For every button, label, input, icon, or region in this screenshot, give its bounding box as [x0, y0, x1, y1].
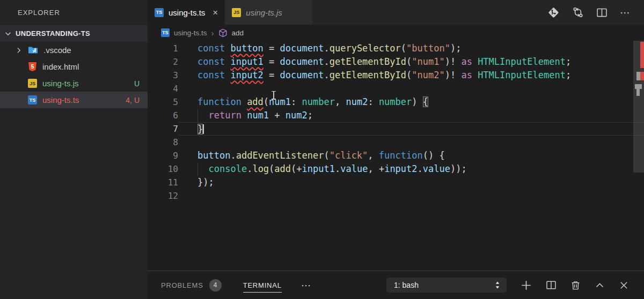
tab-label: using-ts.js: [246, 8, 282, 17]
code-token: button: [197, 150, 230, 161]
code-token: ;: [566, 56, 571, 67]
line-number: 8: [148, 136, 178, 149]
code-editor[interactable]: 1const button = document.querySelector("…: [148, 41, 644, 271]
code-token: return: [208, 110, 241, 121]
code-line[interactable]: 11});: [148, 176, 644, 189]
code-line-text[interactable]: const input2 = document.getElementById("…: [178, 69, 644, 82]
code-line-text[interactable]: [178, 82, 644, 95]
code-token: .: [324, 43, 329, 54]
breadcrumb-separator: ›: [211, 28, 214, 38]
code-token: =: [264, 56, 280, 67]
code-token: "num2": [412, 70, 444, 80]
tab-using-ts-ts[interactable]: TS using-ts.ts ×: [148, 0, 225, 25]
code-token: .: [418, 163, 423, 174]
tab-terminal[interactable]: TERMINAL: [243, 271, 282, 299]
code-line-text[interactable]: [178, 136, 644, 149]
line-number: 6: [148, 109, 178, 122]
chevron-right-icon: [15, 47, 23, 54]
code-token: as: [461, 70, 472, 80]
code-line-text[interactable]: }: [178, 122, 644, 136]
editor-title-actions: ⋯: [547, 0, 644, 25]
code-token: [472, 70, 478, 80]
code-line[interactable]: 6 return num1 + num2;: [148, 109, 644, 122]
code-token: input1: [230, 56, 263, 67]
code-line-text[interactable]: const input1 = document.getElementById("…: [178, 55, 644, 69]
code-token: HTMLInputElement: [478, 56, 566, 67]
more-actions-icon[interactable]: ⋯: [620, 8, 631, 18]
terminal-label: TERMINAL: [243, 281, 282, 289]
line-number: 9: [148, 149, 178, 162]
code-line[interactable]: 9button.addEventListener("click", functi…: [148, 149, 644, 162]
code-token: num2: [286, 110, 308, 121]
file-row-using-ts-ts[interactable]: TS using-ts.ts 4, U: [0, 92, 148, 108]
explorer-section-understanding-ts[interactable]: UNDERSTANDING-TS: [0, 25, 148, 42]
code-token: getElementById: [330, 56, 406, 67]
close-panel-icon[interactable]: [619, 280, 629, 290]
git-status-badge: U: [134, 79, 148, 88]
code-token: num1: [269, 96, 291, 107]
code-line-text[interactable]: [178, 189, 644, 203]
code-token: input2: [384, 163, 417, 174]
mouse-ibeam-cursor: [273, 92, 274, 99]
kill-terminal-trash-icon[interactable]: [570, 280, 581, 290]
section-label: UNDERSTANDING-TS: [16, 29, 90, 38]
code-token: {: [423, 96, 428, 107]
code-line-text[interactable]: const button = document.querySelector("b…: [178, 42, 644, 55]
code-line-text[interactable]: function add(num1: number, num2: number)…: [178, 95, 644, 109]
code-token: value: [340, 163, 368, 174]
code-token: console: [208, 163, 247, 174]
terminal-select-value: 1: bash: [394, 281, 419, 289]
code-line[interactable]: 7}: [148, 122, 644, 136]
code-line[interactable]: 3const input2 = document.getElementById(…: [148, 69, 644, 82]
breadcrumb-symbol[interactable]: add: [232, 29, 244, 37]
code-token: num1: [247, 110, 269, 121]
code-token: input2: [230, 70, 263, 80]
panel-actions: 1: bash: [386, 278, 629, 293]
line-number: 11: [148, 176, 178, 189]
code-line[interactable]: 5function add(num1: number, num2: number…: [148, 95, 644, 109]
code-line[interactable]: 8: [148, 136, 644, 149]
file-row-using-ts-js[interactable]: JS using-ts.js U: [0, 75, 148, 92]
file-row-vscode[interactable]: .vscode: [0, 42, 148, 58]
code-line[interactable]: 1const button = document.querySelector("…: [148, 42, 644, 55]
panel-more-icon[interactable]: ⋯: [301, 279, 312, 291]
code-line[interactable]: 2const input1 = document.getElementById(…: [148, 55, 644, 69]
html-file-icon: 5: [28, 62, 37, 71]
code-line[interactable]: 4: [148, 82, 644, 95]
tab-problems[interactable]: PROBLEMS 4: [161, 271, 222, 299]
git-icon[interactable]: [547, 6, 560, 19]
code-line-text[interactable]: return num1 + num2;: [178, 109, 644, 122]
code-token: document: [280, 56, 324, 67]
split-terminal-icon[interactable]: [546, 280, 557, 290]
code-token: =: [264, 70, 280, 80]
code-line-text[interactable]: });: [178, 176, 644, 189]
breadcrumb-file[interactable]: using-ts.ts: [174, 29, 207, 37]
code-token: ));: [450, 163, 467, 174]
file-row-index-html[interactable]: 5 index.html: [0, 58, 148, 75]
code-token: ,: [368, 150, 378, 161]
split-editor-icon[interactable]: [596, 7, 608, 18]
new-terminal-icon[interactable]: [521, 280, 532, 291]
maximize-panel-chevron-icon[interactable]: [595, 280, 605, 290]
tab-using-ts-js[interactable]: JS using-ts.js: [225, 0, 312, 25]
terminal-select[interactable]: 1: bash: [386, 278, 507, 293]
select-updown-icon: [493, 280, 502, 290]
line-number: 2: [148, 55, 178, 69]
open-changes-icon[interactable]: [572, 6, 584, 18]
code-token: .: [324, 56, 329, 67]
code-token: "click": [330, 150, 368, 161]
chevron-down-icon: [4, 30, 12, 38]
code-token: button: [230, 43, 263, 54]
code-line-text[interactable]: button.addEventListener("click", functio…: [178, 149, 644, 162]
code-line[interactable]: 12: [148, 189, 644, 203]
line-number: 3: [148, 69, 178, 82]
line-number: 5: [148, 95, 178, 109]
js-file-icon: JS: [28, 79, 37, 88]
code-line[interactable]: 10 console.log(add(+input1.value, +input…: [148, 162, 644, 176]
code-line-text[interactable]: console.log(add(+input1.value, +input2.v…: [178, 162, 644, 176]
code-token: +: [269, 110, 286, 121]
code-token: :: [291, 96, 302, 107]
code-token: );: [450, 43, 461, 54]
overview-cursor-marker: [636, 72, 640, 80]
close-tab-icon[interactable]: ×: [213, 8, 218, 17]
